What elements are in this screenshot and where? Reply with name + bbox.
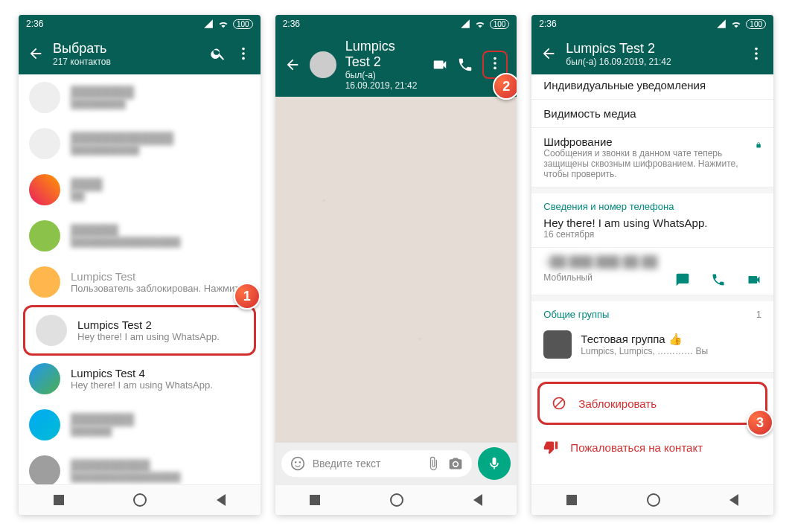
- svg-point-10: [755, 48, 758, 51]
- svg-point-7: [295, 461, 297, 464]
- attach-icon[interactable]: [426, 456, 441, 471]
- status-time: 2:36: [283, 19, 300, 29]
- report-button[interactable]: Пожаловаться на контакт: [531, 428, 773, 467]
- video-icon[interactable]: [747, 272, 761, 287]
- contact-row-lumpics-test-4[interactable]: Lumpics Test 4 Hey there! I am using Wha…: [19, 356, 261, 402]
- back-icon[interactable]: [28, 45, 44, 62]
- groups-count: 1: [756, 309, 761, 320]
- nav-home[interactable]: [133, 493, 147, 507]
- step-badge-1: 1: [234, 283, 261, 310]
- camera-icon[interactable]: [448, 456, 463, 471]
- step-badge-2: 2: [493, 73, 517, 100]
- nav-back[interactable]: [473, 494, 482, 506]
- wifi-icon: [474, 19, 486, 28]
- more-icon[interactable]: [748, 45, 764, 62]
- contacts-list: ████████████████ ███████████████████████…: [19, 74, 261, 484]
- status-bar: 2:36 100: [531, 15, 773, 33]
- nav-back[interactable]: [217, 494, 226, 506]
- signal-icon: [203, 19, 214, 29]
- status-bar: 2:36 100: [275, 15, 517, 33]
- media-visibility[interactable]: Видимость медиа: [531, 100, 773, 128]
- battery-icon: 100: [746, 19, 766, 29]
- group-avatar: [543, 330, 572, 359]
- more-icon[interactable]: [487, 55, 503, 71]
- contact-row-lumpics-test[interactable]: Lumpics Test Пользователь заблокирован. …: [19, 259, 261, 305]
- last-seen: был(-а) 16.09.2019, 21:42: [566, 57, 739, 67]
- signal-icon: [716, 19, 726, 29]
- encryption-info[interactable]: Шифрование Сообщения и звонки в данном ч…: [531, 128, 773, 188]
- message-input[interactable]: Введите текст: [281, 450, 473, 477]
- svg-point-6: [291, 458, 304, 470]
- contact-status: Hey there! I am using WhatsApp.: [77, 331, 243, 342]
- wifi-icon: [730, 19, 742, 28]
- chat-body: [275, 97, 517, 443]
- avatar[interactable]: [310, 51, 336, 78]
- more-icon[interactable]: [235, 45, 252, 62]
- phone-number: +██ ███ ███ ██ ██: [543, 255, 761, 268]
- svg-point-8: [298, 461, 301, 464]
- media-label: Видимость медиа: [543, 107, 761, 120]
- group-members: Lumpics, Lumpics, ………… Вы: [581, 346, 708, 356]
- enc-title: Шифрование: [543, 135, 748, 148]
- status-icons: 100: [203, 19, 253, 29]
- block-button[interactable]: Заблокировать: [537, 382, 767, 425]
- contact-info-section: Сведения и номер телефона Hey there! I a…: [531, 193, 773, 248]
- report-label: Пожаловаться на контакт: [570, 441, 703, 454]
- svg-point-2: [242, 57, 245, 60]
- last-seen: был(-а) 16.09.2019, 21:42: [345, 70, 424, 91]
- group-row[interactable]: Тестовая группа 👍 Lumpics, Lumpics, ……………: [543, 324, 761, 365]
- contact-row-blur[interactable]: ██████████████████████████: [19, 448, 261, 484]
- header: Выбрать 217 контактов: [19, 33, 261, 74]
- page-title: Выбрать: [53, 41, 201, 57]
- chat-title-area[interactable]: Lumpics Test 2 был(-а) 16.09.2019, 21:42: [345, 39, 424, 91]
- contact-status: Пользователь заблокирован. Нажмите, ч...: [71, 283, 250, 294]
- step-badge-3: 3: [747, 409, 773, 436]
- status-time: 2:36: [539, 19, 556, 29]
- back-icon[interactable]: [284, 57, 301, 73]
- contact-row-blur[interactable]: ██████████████████████: [19, 213, 261, 259]
- contact-row-blur[interactable]: ████████████████: [19, 74, 261, 121]
- nav-recent[interactable]: [310, 495, 320, 505]
- contact-name: Lumpics Test: [71, 270, 250, 283]
- svg-point-9: [454, 462, 458, 466]
- search-icon[interactable]: [210, 45, 226, 62]
- contact-row-blur[interactable]: ███████████████████████: [19, 121, 261, 167]
- nav-home[interactable]: [390, 493, 403, 507]
- status-icons: 100: [460, 19, 510, 29]
- info-label: Сведения и номер телефона: [543, 201, 761, 212]
- call-icon[interactable]: [711, 272, 726, 287]
- chat-header: Lumpics Test 2 был(-а) 16.09.2019, 21:42: [275, 33, 517, 97]
- video-call-icon[interactable]: [432, 57, 448, 73]
- block-icon: [552, 396, 566, 411]
- contact-row-blur[interactable]: ██████: [19, 167, 261, 213]
- battery-icon: 100: [233, 19, 253, 29]
- svg-point-3: [494, 57, 497, 60]
- android-nav: [531, 484, 773, 515]
- input-placeholder: Введите текст: [313, 458, 381, 469]
- voice-call-icon[interactable]: [457, 57, 473, 73]
- notif-label: Индивидуальные уведомления: [543, 79, 761, 92]
- svg-point-5: [494, 67, 497, 70]
- contact-name: Lumpics Test 4: [71, 367, 250, 379]
- contact-row-lumpics-test-2[interactable]: Lumpics Test 2 Hey there! I am using Wha…: [23, 305, 256, 356]
- phone-type: Мобильный: [543, 272, 593, 283]
- custom-notifications[interactable]: Индивидуальные уведомления: [531, 74, 773, 100]
- svg-point-11: [755, 52, 758, 55]
- back-icon[interactable]: [540, 45, 557, 62]
- nav-recent[interactable]: [566, 495, 577, 505]
- emoji-icon[interactable]: [290, 456, 305, 471]
- status-time: 2:36: [26, 19, 43, 29]
- svg-point-0: [242, 48, 245, 51]
- contact-row-blur[interactable]: ██████████████: [19, 402, 261, 448]
- chat-input-bar: Введите текст: [275, 443, 517, 484]
- group-name: Тестовая группа 👍: [581, 333, 708, 346]
- contact-count: 217 контактов: [53, 57, 201, 67]
- nav-home[interactable]: [647, 493, 660, 507]
- nav-recent[interactable]: [54, 495, 64, 505]
- enc-desc: Сообщения и звонки в данном чате теперь …: [543, 148, 748, 179]
- message-icon[interactable]: [675, 272, 690, 287]
- nav-back[interactable]: [729, 494, 738, 506]
- mic-button[interactable]: [478, 447, 511, 480]
- thumbs-down-icon: [543, 440, 558, 455]
- profile-body: Индивидуальные уведомления Видимость мед…: [531, 74, 773, 484]
